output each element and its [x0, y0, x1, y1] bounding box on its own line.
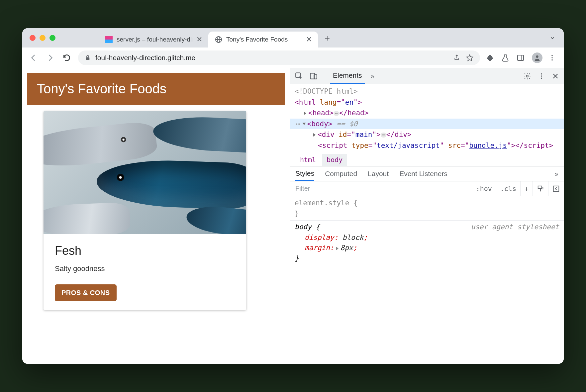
- reload-button[interactable]: [61, 52, 72, 63]
- close-tab-icon[interactable]: ✕: [196, 35, 202, 44]
- tab-title: Tony's Favorite Foods: [226, 36, 302, 43]
- new-rule-button[interactable]: +: [520, 181, 533, 196]
- new-tab-button[interactable]: ＋: [321, 31, 334, 45]
- url-text: foul-heavenly-direction.glitch.me: [95, 54, 195, 62]
- labs-icon[interactable]: [501, 54, 511, 62]
- bookmark-star-icon[interactable]: [466, 54, 473, 61]
- glitch-favicon-icon: [105, 36, 113, 43]
- breadcrumb-html[interactable]: html: [295, 154, 321, 166]
- html-node[interactable]: <html lang="en">: [295, 97, 564, 108]
- address-bar: foul-heavenly-direction.glitch.me: [22, 48, 564, 68]
- svg-point-10: [551, 57, 553, 58]
- card-body: Fesh Salty goodness PROS & CONS: [44, 234, 246, 310]
- inspect-element-icon[interactable]: [295, 72, 303, 80]
- script-node[interactable]: <script type="text/javascript" src="bund…: [295, 140, 564, 151]
- browser-tab-inactive[interactable]: server.js – foul-heavenly-direct ✕: [99, 32, 208, 48]
- head-node[interactable]: <head>⋯</head>: [295, 108, 564, 119]
- pros-cons-button[interactable]: PROS & CONS: [55, 284, 117, 301]
- browser-window: server.js – foul-heavenly-direct ✕ Tony'…: [22, 28, 564, 364]
- tab-elements[interactable]: Elements: [330, 68, 365, 84]
- close-window-button[interactable]: [30, 35, 36, 41]
- styles-rules[interactable]: element.style { } user agent stylesheet …: [290, 196, 564, 364]
- body-rule: user agent stylesheet body {: [295, 222, 559, 233]
- tab-title: server.js – foul-heavenly-direct: [117, 36, 192, 43]
- svg-rect-20: [553, 186, 559, 192]
- svg-rect-0: [105, 36, 113, 40]
- margin-property[interactable]: margin:8px;: [295, 243, 559, 253]
- body-node-selected[interactable]: ⋯ <body> == $0: [290, 119, 564, 130]
- devtools-tabbar: Elements »: [290, 68, 564, 84]
- lock-icon: [85, 55, 91, 61]
- hov-toggle[interactable]: :hov: [472, 181, 496, 196]
- tab-styles[interactable]: Styles: [295, 166, 314, 181]
- window-controls: [30, 35, 55, 41]
- close-tab-icon[interactable]: ✕: [306, 35, 312, 44]
- tab-event-listeners[interactable]: Event Listeners: [399, 166, 447, 181]
- body-rule-close: }: [295, 253, 559, 264]
- menu-icon[interactable]: [548, 54, 558, 61]
- food-card: Fesh Salty goodness PROS & CONS: [44, 111, 246, 310]
- viewport: Tony's Favorite Foods Fesh Salty goodnes…: [22, 68, 564, 364]
- page-content: Tony's Favorite Foods Fesh Salty goodnes…: [22, 68, 290, 364]
- tab-layout[interactable]: Layout: [368, 166, 389, 181]
- svg-rect-1: [105, 40, 113, 43]
- svg-rect-6: [518, 55, 524, 60]
- svg-point-16: [541, 73, 542, 74]
- svg-rect-5: [86, 57, 90, 60]
- svg-rect-19: [538, 186, 542, 188]
- styles-filter-bar: Filter :hov .cls +: [290, 181, 564, 196]
- div-main-node[interactable]: <div id="main">⋯</div>: [295, 129, 564, 140]
- device-toolbar-icon[interactable]: [309, 72, 318, 80]
- styles-tabbar: Styles Computed Layout Event Listeners »: [290, 166, 564, 181]
- settings-gear-icon[interactable]: [523, 72, 531, 80]
- url-input[interactable]: foul-heavenly-direction.glitch.me: [78, 50, 480, 65]
- elements-breadcrumb: html body: [290, 153, 564, 166]
- tab-strip: server.js – foul-heavenly-direct ✕ Tony'…: [22, 28, 564, 48]
- svg-point-9: [551, 55, 553, 56]
- kebab-menu-icon[interactable]: [538, 72, 545, 80]
- svg-point-8: [536, 55, 538, 57]
- elements-tree[interactable]: <!DOCTYPE html> <html lang="en"> <head>⋯…: [290, 84, 564, 153]
- svg-point-15: [526, 75, 528, 77]
- element-style-close: }: [295, 209, 559, 219]
- more-tabs-icon[interactable]: »: [371, 72, 375, 80]
- cls-toggle[interactable]: .cls: [496, 181, 520, 196]
- globe-favicon-icon: [215, 36, 222, 43]
- side-panel-icon[interactable]: [517, 54, 526, 62]
- card-title: Fesh: [55, 244, 235, 258]
- styles-filter-input[interactable]: Filter: [290, 185, 472, 192]
- forward-button[interactable]: [45, 52, 55, 63]
- svg-point-17: [541, 75, 542, 77]
- tab-computed[interactable]: Computed: [325, 166, 357, 181]
- element-style-rule: element.style {: [295, 198, 559, 209]
- svg-point-18: [541, 77, 542, 79]
- maximize-window-button[interactable]: [49, 35, 55, 41]
- tabs-dropdown-icon[interactable]: [549, 35, 556, 41]
- paint-icon[interactable]: [533, 181, 548, 196]
- profile-avatar[interactable]: [532, 52, 542, 63]
- extensions-icon[interactable]: [486, 54, 495, 62]
- breadcrumb-body[interactable]: body: [322, 154, 347, 166]
- share-icon[interactable]: [453, 54, 460, 61]
- computed-panel-icon[interactable]: [548, 181, 564, 196]
- svg-point-11: [551, 59, 553, 60]
- card-image-fish: [44, 111, 246, 234]
- close-devtools-icon[interactable]: [552, 72, 559, 80]
- back-button[interactable]: [28, 52, 39, 63]
- card-description: Salty goodness: [55, 264, 235, 273]
- doctype-node: <!DOCTYPE html>: [295, 86, 564, 97]
- page-title: Tony's Favorite Foods: [27, 73, 285, 105]
- display-property[interactable]: display: block;: [295, 233, 559, 243]
- more-styles-tabs-icon[interactable]: »: [554, 170, 558, 178]
- browser-tab-active[interactable]: Tony's Favorite Foods ✕: [208, 32, 318, 48]
- devtools-panel: Elements » <!DOCTYPE html> <html lang="e…: [290, 68, 564, 364]
- minimize-window-button[interactable]: [40, 35, 46, 41]
